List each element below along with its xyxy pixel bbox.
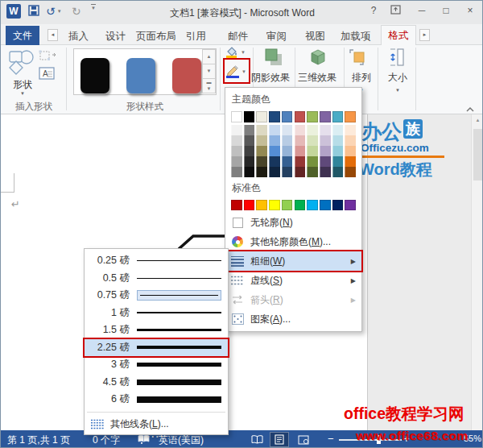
- shapes-button[interactable]: [8, 49, 37, 77]
- menu-item-weight[interactable]: 粗细(W) ▶: [225, 251, 361, 271]
- color-swatch[interactable]: [295, 125, 306, 135]
- text-box-button[interactable]: A: [39, 67, 55, 82]
- shadow-effects-button[interactable]: [264, 48, 283, 69]
- color-swatch[interactable]: [307, 125, 318, 135]
- color-swatch[interactable]: [307, 111, 318, 122]
- weight-option[interactable]: 3 磅: [85, 356, 228, 374]
- tab-page-layout[interactable]: 页面布局: [136, 30, 176, 44]
- color-swatch[interactable]: [320, 111, 331, 122]
- color-swatch[interactable]: [231, 125, 242, 135]
- color-swatch[interactable]: [320, 135, 331, 146]
- arrange-label[interactable]: 排列: [344, 71, 379, 85]
- color-swatch[interactable]: [282, 125, 293, 135]
- tab-insert[interactable]: 插入: [68, 30, 89, 44]
- color-swatch[interactable]: [256, 135, 267, 146]
- tab-file[interactable]: 文件: [6, 26, 39, 45]
- color-swatch[interactable]: [282, 167, 293, 177]
- color-swatch[interactable]: [244, 135, 255, 146]
- color-swatch[interactable]: [231, 156, 242, 167]
- color-swatch[interactable]: [256, 167, 267, 177]
- color-swatch[interactable]: [231, 111, 242, 122]
- color-swatch[interactable]: [332, 146, 344, 156]
- vertical-scrollbar[interactable]: ▲: [471, 114, 483, 430]
- color-swatch[interactable]: [269, 167, 280, 177]
- color-swatch[interactable]: [307, 167, 318, 177]
- color-swatch[interactable]: [345, 167, 356, 177]
- color-swatch[interactable]: [345, 111, 356, 122]
- print-layout-button[interactable]: [270, 432, 289, 447]
- color-swatch[interactable]: [269, 146, 280, 156]
- color-swatch[interactable]: [256, 125, 267, 135]
- ribbon-display-options-button[interactable]: [386, 5, 404, 17]
- page-indicator[interactable]: 第 1 页,共 1 页: [7, 433, 70, 447]
- color-swatch[interactable]: [332, 200, 344, 211]
- color-swatch[interactable]: [307, 200, 318, 211]
- weight-option[interactable]: 0.25 磅: [85, 252, 228, 270]
- color-swatch[interactable]: [244, 200, 255, 211]
- color-swatch[interactable]: [345, 146, 356, 156]
- menu-item-dashes[interactable]: 虚线(S) ▶: [225, 271, 361, 290]
- tab-add-ins[interactable]: 加载项: [341, 30, 371, 44]
- tab-view[interactable]: 视图: [305, 30, 325, 44]
- color-swatch[interactable]: [269, 200, 280, 211]
- color-swatch[interactable]: [244, 156, 255, 167]
- help-button[interactable]: ?: [365, 5, 382, 16]
- three-d-effects-label[interactable]: 三维效果: [294, 71, 341, 85]
- tab-references[interactable]: 引用: [186, 30, 206, 44]
- color-swatch[interactable]: [345, 125, 356, 135]
- collapse-ribbon-button[interactable]: [465, 104, 475, 115]
- color-swatch[interactable]: [256, 111, 267, 122]
- color-swatch[interactable]: [320, 146, 331, 156]
- shapes-button-label[interactable]: 形状: [7, 78, 38, 92]
- weight-option[interactable]: 1 磅: [85, 305, 228, 322]
- zoom-out-button[interactable]: −: [328, 433, 334, 445]
- color-swatch[interactable]: [332, 135, 344, 146]
- menu-item-no-outline[interactable]: 无轮廓(N): [225, 213, 361, 232]
- minimize-button[interactable]: ─: [413, 5, 431, 16]
- shadow-effects-label[interactable]: 阴影效果: [247, 71, 294, 85]
- weight-option-current[interactable]: 0.75 磅: [85, 287, 228, 305]
- scrollbar-thumb[interactable]: [473, 129, 482, 180]
- color-swatch[interactable]: [320, 156, 331, 167]
- shape-style-black[interactable]: [80, 58, 109, 93]
- color-swatch[interactable]: [282, 146, 293, 156]
- color-swatch[interactable]: [307, 146, 318, 156]
- color-swatch[interactable]: [231, 167, 242, 177]
- shape-outline-button[interactable]: ▼: [225, 60, 248, 82]
- color-swatch[interactable]: [295, 167, 306, 177]
- color-swatch[interactable]: [332, 167, 344, 177]
- color-swatch[interactable]: [320, 167, 331, 177]
- color-swatch[interactable]: [244, 167, 255, 177]
- menu-item-more-outline-colors[interactable]: 其他轮廓颜色(M)...: [225, 232, 361, 251]
- color-swatch[interactable]: [295, 135, 306, 146]
- arrange-button[interactable]: [349, 48, 368, 68]
- web-layout-button[interactable]: [294, 432, 313, 447]
- shape-fill-dropdown-icon[interactable]: ▼: [241, 50, 246, 55]
- color-swatch[interactable]: [332, 111, 344, 122]
- weight-option[interactable]: 6 磅: [85, 391, 228, 409]
- tab-format-contextual[interactable]: 格式: [381, 25, 416, 45]
- color-swatch[interactable]: [231, 135, 242, 146]
- color-swatch[interactable]: [295, 146, 306, 156]
- color-swatch[interactable]: [269, 111, 280, 122]
- color-swatch[interactable]: [269, 135, 280, 146]
- color-swatch[interactable]: [282, 135, 293, 146]
- read-mode-button[interactable]: [247, 432, 266, 447]
- color-swatch[interactable]: [307, 156, 318, 167]
- menu-item-more-lines[interactable]: 其他线条(L)...: [85, 415, 228, 433]
- color-swatch[interactable]: [345, 200, 356, 211]
- color-swatch[interactable]: [345, 135, 356, 146]
- shapes-dropdown-icon[interactable]: ▼: [20, 91, 25, 96]
- color-swatch[interactable]: [295, 200, 306, 211]
- color-swatch[interactable]: [231, 200, 242, 211]
- tab-design[interactable]: 设计: [105, 30, 126, 44]
- shape-fill-button[interactable]: ▼: [225, 46, 246, 58]
- color-swatch[interactable]: [282, 156, 293, 167]
- color-swatch[interactable]: [244, 125, 255, 135]
- size-button[interactable]: [389, 48, 405, 69]
- tab-mailings[interactable]: 邮件: [228, 30, 248, 44]
- color-swatch[interactable]: [295, 111, 306, 122]
- close-button[interactable]: ×: [461, 5, 479, 16]
- color-swatch[interactable]: [269, 125, 280, 135]
- weight-option[interactable]: 1.5 磅: [85, 321, 228, 339]
